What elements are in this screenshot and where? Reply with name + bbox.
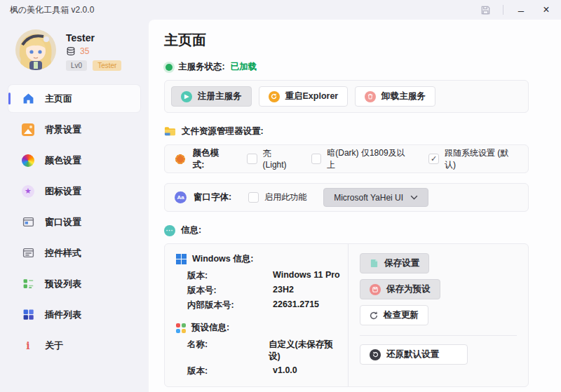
info-section-header: ··· 信息: (164, 224, 529, 236)
font-icon: Aa (175, 191, 187, 203)
info-left-column: Windows 信息: 版本: Windows 11 Pro 版本号: 23H2… (165, 244, 348, 386)
actions-divider (360, 335, 517, 336)
windows-info-title: Windows 信息: (192, 253, 253, 265)
close-button[interactable]: × (539, 2, 554, 18)
sidebar-item-label: 颜色设置 (45, 154, 81, 167)
coin-row: 35 (66, 46, 121, 56)
checkbox-follow-system-checked[interactable]: ✓ (428, 154, 439, 164)
sidebar-item-label: 主页面 (45, 93, 72, 105)
service-status-row: 主服务状态: 已加载 (164, 61, 529, 73)
page-title: 主页面 (164, 31, 529, 50)
level-badge: Lv0 (66, 60, 87, 71)
info-actions-column: 保存设置 保存为预设 检查更新 (349, 244, 528, 386)
explorer-section-header: 文件资源管理器设置: (164, 126, 529, 137)
uninstall-service-button[interactable]: 卸载主服务 (355, 86, 435, 107)
windows-logo-icon (176, 254, 187, 264)
profile-meta: Tester 35 Lv0 Tester (66, 29, 121, 71)
profile-name: Tester (66, 32, 121, 43)
minimize-button[interactable]: – (513, 2, 529, 18)
sidebar-item-plugins[interactable]: 插件列表 (8, 301, 140, 328)
main-content: 主页面 主服务状态: 已加载 ▶ 注册主服务 重启Explorer (149, 20, 561, 392)
sidebar-item-home[interactable]: 主页面 (8, 85, 140, 112)
save-preset-button[interactable]: 保存为预设 (360, 279, 440, 299)
sidebar-item-label: 关于 (45, 339, 63, 352)
play-icon: ▶ (181, 91, 192, 102)
window-font-card: Aa 窗口字体: 启用此功能 Microsoft YaHei UI (164, 183, 529, 212)
preset-info-header: 预设信息: (176, 322, 341, 334)
sidebar-item-icons[interactable]: ★ 图标设置 (8, 177, 140, 205)
titlebar: 枫の美化工具箱 v2.0.0 – × (0, 0, 561, 20)
window-font-label: 窗口字体: (194, 191, 231, 203)
sidebar-item-window[interactable]: 窗口设置 (8, 208, 140, 236)
option-light[interactable]: 亮(Light) (247, 148, 295, 170)
profile-card: Tester 35 Lv0 Tester (8, 27, 140, 81)
save-doc-icon (370, 259, 379, 268)
role-badge: Tester (93, 60, 121, 71)
sidebar: Tester 35 Lv0 Tester (0, 20, 149, 392)
coin-count: 35 (80, 46, 89, 56)
sidebar-item-label: 插件列表 (45, 309, 81, 321)
info-section-title: 信息: (181, 224, 201, 236)
avatar[interactable] (15, 29, 56, 70)
sidebar-menu: 主页面 背景设置 颜色设置 ★ 图标设置 (8, 85, 140, 359)
sidebar-item-color[interactable]: 颜色设置 (8, 147, 140, 174)
update-refresh-icon (370, 311, 378, 320)
refresh-icon (269, 91, 280, 102)
check-update-button[interactable]: 检查更新 (360, 305, 428, 325)
sidebar-item-presets[interactable]: 预设列表 (8, 270, 140, 297)
service-status-label: 主服务状态: (178, 61, 225, 73)
info-row: 内部版本号: 22631.2715 (187, 299, 341, 311)
info-row: 版本: Windows 11 Pro (187, 270, 341, 282)
checkbox-enable-font[interactable] (248, 192, 259, 203)
checkbox-light[interactable] (247, 154, 257, 164)
font-select[interactable]: Microsoft YaHei UI (323, 188, 428, 207)
save-preset-icon (370, 284, 381, 295)
windows-info-header: Windows 信息: (176, 253, 341, 265)
control-style-icon (21, 246, 35, 260)
chevron-down-icon (410, 195, 418, 200)
service-status-value: 已加载 (231, 61, 257, 73)
status-dot-icon (165, 64, 173, 71)
info-card: Windows 信息: 版本: Windows 11 Pro 版本号: 23H2… (164, 243, 529, 387)
coins-icon (66, 46, 76, 56)
save-icon[interactable] (478, 2, 493, 18)
color-mode-card: 颜色模式: 亮(Light) 暗(Dark) 仅1809及以上 ✓ 跟随系统设置… (164, 144, 529, 173)
option-follow-system[interactable]: ✓ 跟随系统设置 (默认) (428, 147, 518, 171)
about-icon: i (21, 339, 35, 353)
info-icon: ··· (164, 225, 175, 236)
window-title: 枫の美化工具箱 v2.0.0 (10, 4, 94, 16)
palette-icon (21, 154, 35, 168)
save-settings-button[interactable]: 保存设置 (360, 253, 429, 273)
enable-font-option[interactable]: 启用此功能 (248, 191, 306, 203)
restart-explorer-button[interactable]: 重启Explorer (259, 86, 349, 107)
sidebar-item-label: 窗口设置 (45, 216, 81, 229)
preset-list-icon (21, 277, 35, 291)
sidebar-item-label: 背景设置 (45, 123, 81, 136)
sidebar-item-label: 预设列表 (45, 278, 81, 290)
option-dark[interactable]: 暗(Dark) 仅1809及以上 (311, 147, 412, 171)
sun-icon (175, 154, 186, 165)
plugin-grid-icon (21, 308, 35, 322)
sidebar-item-label: 图标设置 (45, 185, 81, 198)
preset-info-rows: 名称: 自定义(未保存预设) 版本: v1.0.0 (187, 339, 341, 377)
info-row: 版本号: 23H2 (187, 285, 341, 297)
service-buttons-card: ▶ 注册主服务 重启Explorer 卸载主服务 (164, 80, 529, 113)
font-select-value: Microsoft YaHei UI (334, 193, 403, 203)
folder-icon (164, 126, 176, 137)
preset-info-icon (176, 323, 186, 333)
checkbox-dark[interactable] (311, 154, 322, 164)
register-service-button[interactable]: ▶ 注册主服务 (171, 86, 252, 107)
color-mode-label: 颜色模式: (193, 147, 230, 171)
image-icon (21, 123, 35, 137)
titlebar-divider (503, 5, 503, 15)
sidebar-item-controls[interactable]: 控件样式 (8, 239, 140, 266)
windows-info-rows: 版本: Windows 11 Pro 版本号: 23H2 内部版本号: 2263… (187, 270, 341, 311)
star-icon: ★ (21, 184, 35, 198)
restore-default-button[interactable]: 还原默认设置 (360, 344, 468, 365)
profile-badges: Lv0 Tester (66, 60, 121, 71)
explorer-section-title: 文件资源管理器设置: (182, 126, 264, 137)
app-window: 枫の美化工具箱 v2.0.0 – × (0, 0, 561, 392)
sidebar-item-about[interactable]: i 关于 (8, 332, 140, 359)
info-row: 名称: 自定义(未保存预设) (187, 339, 341, 363)
sidebar-item-background[interactable]: 背景设置 (8, 116, 140, 143)
